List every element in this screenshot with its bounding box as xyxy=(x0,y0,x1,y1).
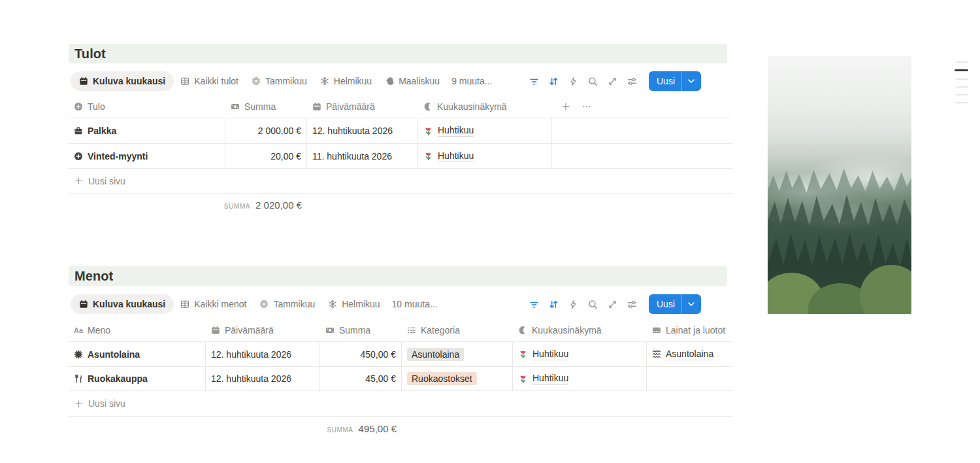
column-header-tulo[interactable]: Tulo xyxy=(69,95,225,118)
table-row[interactable]: Ruokakauppa 12. huhtikuuta 2026 45,00 € … xyxy=(69,366,732,391)
kategoria-cell[interactable]: Asuntolaina xyxy=(402,342,513,366)
outline-line-active[interactable] xyxy=(955,69,968,71)
new-button-label: Uusi xyxy=(649,294,681,314)
lightning-icon[interactable] xyxy=(568,300,578,309)
tulip-icon xyxy=(518,374,528,384)
menot-heading-band: Menot xyxy=(69,266,727,286)
column-header-kuukausinakyma[interactable]: Kuukausinäkymä xyxy=(513,318,647,341)
table-row[interactable]: Palkka 2 000,00 € 12. huhtikuuta 2026 Hu… xyxy=(69,118,732,143)
new-button[interactable]: Uusi xyxy=(649,294,701,314)
column-header-lainat-ja-luotot[interactable]: Lainat ja luotot xyxy=(647,318,732,341)
expand-icon[interactable] xyxy=(608,300,617,309)
tab-more-views[interactable]: 9 muuta... xyxy=(446,71,497,91)
row-title-cell[interactable]: Asuntolaina xyxy=(69,342,206,366)
menot-table-header: Aa Meno Päivämäärä Summa Kategoria xyxy=(69,318,732,341)
row-title-cell[interactable]: Palkka xyxy=(69,118,225,143)
lightning-icon[interactable] xyxy=(568,77,578,86)
relation-link[interactable]: Huhtikuu xyxy=(438,125,474,137)
menot-summary[interactable]: SUMMA 495,00 € xyxy=(69,417,402,434)
table-row[interactable]: Asuntolaina 12. huhtikuuta 2026 450,00 €… xyxy=(69,341,732,366)
filter-icon[interactable] xyxy=(529,300,539,309)
new-button-label: Uusi xyxy=(649,71,681,91)
sliders-icon[interactable] xyxy=(627,77,637,86)
add-property-button[interactable] xyxy=(561,102,570,111)
tab-kaikki-tulot[interactable]: Kaikki tulot xyxy=(174,71,245,91)
column-header-summa[interactable]: Summa xyxy=(320,318,402,341)
text-icon: Aa xyxy=(74,326,83,334)
date-cell[interactable]: 12. huhtikuuta 2026 xyxy=(206,342,320,366)
column-header-kategoria[interactable]: Kategoria xyxy=(402,318,513,341)
category-tag[interactable]: Ruokaostokset xyxy=(407,372,477,385)
row-title: Asuntolaina xyxy=(88,349,140,360)
relation-link[interactable]: Huhtikuu xyxy=(532,349,568,360)
column-header-meno[interactable]: Aa Meno xyxy=(69,318,206,341)
empty-cell[interactable] xyxy=(552,118,732,143)
expand-icon[interactable] xyxy=(608,77,617,86)
search-icon[interactable] xyxy=(588,77,598,86)
month-relation-cell[interactable]: Huhtikuu xyxy=(513,367,647,390)
new-page-button[interactable]: Uusi sivu xyxy=(69,391,732,417)
tab-maaliskuu[interactable]: Maaliskuu xyxy=(378,71,446,91)
chevron-down-icon[interactable] xyxy=(681,71,701,91)
column-header-summa[interactable]: Summa xyxy=(225,95,307,118)
category-tag[interactable]: Asuntolaina xyxy=(407,348,464,361)
column-header-paivamaara[interactable]: Päivämäärä xyxy=(206,318,320,341)
property-menu-button[interactable] xyxy=(582,102,591,111)
tab-helmikuu[interactable]: Helmikuu xyxy=(314,71,378,91)
sliders-icon[interactable] xyxy=(627,300,637,309)
sort-icon[interactable] xyxy=(549,300,559,309)
row-title-cell[interactable]: Vinted-myynti xyxy=(69,144,225,168)
tab-kaikki-menot[interactable]: Kaikki menot xyxy=(174,294,253,314)
summa-cell[interactable]: 45,00 € xyxy=(320,367,402,390)
tab-label: Kuluva kuukausi xyxy=(93,76,165,86)
tab-helmikuu[interactable]: Helmikuu xyxy=(321,294,386,314)
relation-link[interactable]: Huhtikuu xyxy=(438,150,474,162)
card-icon xyxy=(652,326,661,335)
column-header-paivamaara[interactable]: Päivämäärä xyxy=(307,95,418,118)
loan-relation-cell[interactable] xyxy=(647,367,732,390)
date-cell[interactable]: 12. huhtikuuta 2026 xyxy=(307,118,418,143)
tab-tammikuu[interactable]: Tammikuu xyxy=(253,294,321,314)
outline-line[interactable] xyxy=(956,102,968,103)
summa-cell[interactable]: 450,00 € xyxy=(320,342,402,366)
tab-kuluva-kuukausi[interactable]: Kuluva kuukausi xyxy=(71,294,174,314)
relation-link[interactable]: Huhtikuu xyxy=(532,373,568,385)
tab-tammikuu[interactable]: Tammikuu xyxy=(245,71,314,91)
date-value: 12. huhtikuuta 2026 xyxy=(211,373,291,384)
row-title: Ruokakauppa xyxy=(88,373,148,384)
summa-cell[interactable]: 20,00 € xyxy=(225,144,307,168)
new-button[interactable]: Uusi xyxy=(649,71,701,91)
month-relation-cell[interactable]: Huhtikuu xyxy=(513,342,647,366)
column-header-kuukausinakyma[interactable]: Kuukausinäkymä xyxy=(418,95,552,118)
outline-line[interactable] xyxy=(956,61,968,63)
filter-icon[interactable] xyxy=(529,77,539,86)
tab-more-views[interactable]: 10 muuta... xyxy=(387,294,443,314)
kategoria-cell[interactable]: Ruokaostokset xyxy=(402,367,513,390)
empty-cell[interactable] xyxy=(552,144,732,168)
date-cell[interactable]: 11. huhtikuuta 2026 xyxy=(307,144,418,168)
table-row[interactable]: Vinted-myynti 20,00 € 11. huhtikuuta 202… xyxy=(69,143,732,169)
column-label: Kuukausinäkymä xyxy=(437,101,507,112)
search-icon[interactable] xyxy=(588,300,598,309)
date-value: 12. huhtikuuta 2026 xyxy=(211,349,291,360)
tulot-summary[interactable]: SUMMA 2 020,00 € xyxy=(69,194,307,211)
tulot-heading-band: Tulot xyxy=(69,44,727,63)
sort-icon[interactable] xyxy=(549,77,559,86)
tulot-toolbar: Uusi xyxy=(529,71,701,91)
loan-relation-cell[interactable]: Asuntolaina xyxy=(647,342,732,366)
outline-line[interactable] xyxy=(956,78,968,80)
month-relation-cell[interactable]: Huhtikuu xyxy=(418,144,552,168)
new-page-button[interactable]: Uusi sivu xyxy=(69,169,732,194)
tab-kuluva-kuukausi[interactable]: Kuluva kuukausi xyxy=(71,71,174,91)
date-cell[interactable]: 12. huhtikuuta 2026 xyxy=(206,367,320,390)
month-relation-cell[interactable]: Huhtikuu xyxy=(418,118,552,143)
summa-cell[interactable]: 2 000,00 € xyxy=(225,118,307,143)
burst-icon xyxy=(252,77,261,86)
chevron-down-icon[interactable] xyxy=(681,294,701,314)
cutlery-icon xyxy=(74,374,83,383)
outline-line[interactable] xyxy=(956,86,968,88)
row-title-cell[interactable]: Ruokakauppa xyxy=(69,367,206,390)
relation-link[interactable]: Asuntolaina xyxy=(666,349,713,360)
tab-label: Tammikuu xyxy=(273,299,315,309)
outline-line[interactable] xyxy=(956,94,968,95)
